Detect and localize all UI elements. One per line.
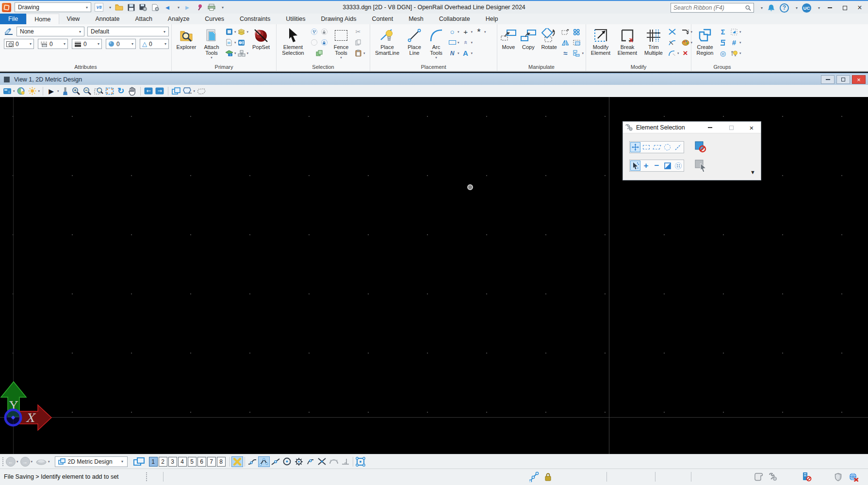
copy-button[interactable]: Copy [519, 26, 538, 50]
select-locked-icon[interactable] [319, 27, 329, 36]
level-manager-icon[interactable]: i [224, 48, 234, 58]
add-selection-button[interactable]: + [641, 161, 651, 171]
connection-status-indicator[interactable] [848, 471, 859, 482]
chamfer-icon[interactable]: 2 [681, 27, 690, 36]
stretch-icon[interactable]: ≈ [560, 48, 570, 58]
zoom-out-button[interactable] [82, 86, 93, 96]
new-selection-button[interactable] [630, 161, 640, 171]
undo-dropdown[interactable]: ▾ [178, 5, 180, 10]
fillet-icon[interactable] [667, 48, 677, 58]
snap-intersection-button[interactable] [316, 456, 328, 467]
view-toggle-8[interactable]: 8 [217, 457, 226, 467]
tab-curves[interactable]: Curves [197, 14, 232, 24]
active-point-icon[interactable]: + [461, 27, 471, 36]
ellipse-icon[interactable]: ○ [447, 27, 457, 36]
tab-utilities[interactable]: Utilities [278, 14, 313, 24]
pin-button[interactable] [195, 3, 204, 12]
model-selector-combo[interactable]: 2D Metric Design ▼ [55, 456, 128, 467]
save-button[interactable] [127, 3, 135, 12]
view-toggle-4[interactable]: 4 [178, 457, 187, 467]
complex-chain-icon[interactable] [718, 38, 728, 47]
references-icon[interactable] [224, 27, 234, 36]
place-text-icon[interactable]: A [461, 48, 471, 58]
close-button[interactable]: × [854, 3, 865, 13]
fence-tools-button[interactable]: Fence Tools ▾ [330, 26, 352, 60]
select-all-icon[interactable] [309, 27, 319, 36]
view-restore-button[interactable] [836, 75, 850, 84]
tab-view[interactable]: View [59, 14, 88, 24]
element-selection-button[interactable]: Element Selection [278, 26, 308, 56]
view-toggle-7[interactable]: 7 [207, 457, 216, 467]
chevron-down-icon[interactable]: ▾ [194, 89, 196, 93]
dialog-restore-button[interactable] [726, 123, 737, 132]
user-avatar[interactable]: UC [802, 3, 811, 13]
fit-view-button[interactable] [105, 86, 115, 96]
search-input[interactable] [673, 4, 745, 11]
snap-nearest-button[interactable] [246, 456, 258, 467]
view-toggle-2[interactable]: 2 [159, 457, 167, 467]
account-dropdown[interactable]: ▾ [818, 6, 820, 10]
view-window-titlebar[interactable]: View 1, 2D Metric Design × [0, 73, 868, 85]
chevron-down-icon[interactable]: ▾ [57, 89, 59, 93]
adjust-brightness-button[interactable] [27, 86, 37, 96]
trim-multiple-button[interactable]: Trim Multiple [641, 26, 666, 56]
disable-handles-button[interactable] [695, 141, 706, 153]
move-parallel-icon[interactable] [572, 38, 581, 47]
active-color-combo[interactable]: 0 ▾ [4, 39, 34, 49]
change-attributes-icon[interactable] [681, 38, 690, 47]
tab-attach[interactable]: Attach [127, 14, 160, 24]
display-style-button[interactable] [16, 86, 26, 96]
dialog-titlebar[interactable]: Element Selection × [623, 122, 761, 133]
snap-midpoint-button[interactable] [270, 456, 281, 467]
trim-to-intersection-icon[interactable] [667, 27, 677, 36]
explorer-button[interactable]: Explorer [174, 26, 199, 50]
view-toggle-1[interactable]: 1 [149, 457, 158, 467]
accusnap-toggle-button[interactable] [231, 456, 243, 467]
dialog-expand-caret[interactable]: ▼ [750, 169, 755, 175]
copy-selection-icon[interactable] [314, 48, 324, 58]
rotate-view-button[interactable]: ↻ [116, 86, 126, 96]
print-settings-button[interactable] [151, 3, 160, 12]
construction-star-icon[interactable]: * [474, 27, 484, 36]
snap-origin-button[interactable] [293, 456, 305, 467]
zoom-in-button[interactable] [71, 86, 82, 96]
zoom-window-button[interactable] [94, 86, 104, 96]
tab-constraints[interactable]: Constraints [232, 14, 278, 24]
models-icon[interactable] [237, 48, 246, 58]
select-circle-button[interactable] [662, 142, 672, 152]
toolbar-grip[interactable] [2, 457, 4, 467]
go-back-button[interactable]: ← [6, 457, 16, 467]
dialog-minimize-button[interactable] [704, 123, 715, 132]
undo-button[interactable]: ◄ [163, 3, 172, 12]
mirror-icon[interactable] [560, 38, 570, 47]
chevron-down-icon[interactable]: ▾ [109, 5, 111, 10]
line-weight-combo[interactable]: 0 ▾ [72, 39, 102, 49]
open-button[interactable] [115, 3, 123, 12]
snap-perpendicular-button[interactable] [340, 456, 351, 467]
select-shape-button[interactable] [652, 142, 662, 152]
tab-analyze[interactable]: Analyze [160, 14, 197, 24]
copy-fence-icon[interactable] [560, 27, 570, 36]
tab-annotate[interactable]: Annotate [87, 14, 127, 24]
view-attributes-button[interactable]: i [2, 86, 12, 96]
saved-views-button[interactable] [35, 458, 47, 465]
view-display-mode-button[interactable]: ▶ [46, 86, 56, 96]
place-line-button[interactable]: Place Line [404, 26, 425, 56]
print-button[interactable] [207, 3, 216, 12]
help-dropdown[interactable]: ▾ [796, 6, 798, 10]
save-settings-button[interactable] [139, 3, 147, 12]
workflow-selector[interactable]: Drawing ▾ [15, 2, 91, 12]
place-smartline-button[interactable]: Place SmartLine [372, 26, 402, 56]
drop-association-icon[interactable]: ◎ [718, 48, 728, 58]
tab-collaborate[interactable]: Collaborate [431, 14, 478, 24]
arc-tools-button[interactable]: Arc Tools ▾ [426, 26, 446, 60]
delete-icon[interactable]: × [681, 48, 690, 58]
notifications-button[interactable] [767, 4, 775, 12]
tab-home[interactable]: Home [26, 14, 59, 24]
select-all-mode-button[interactable] [673, 161, 683, 171]
app-logo-icon[interactable] [2, 3, 11, 12]
template-combo[interactable]: None ▾ [16, 27, 84, 36]
snap-center-button[interactable] [281, 456, 293, 467]
multiline-icon[interactable]: « [461, 38, 470, 48]
tab-help[interactable]: Help [478, 14, 506, 24]
